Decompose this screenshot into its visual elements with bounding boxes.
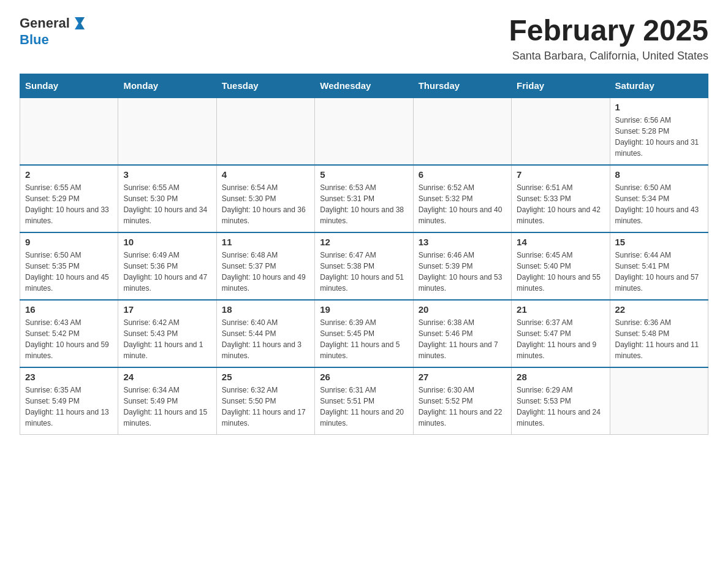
- day-info: Sunrise: 6:32 AMSunset: 5:50 PMDaylight:…: [222, 385, 309, 429]
- day-info: Sunrise: 6:54 AMSunset: 5:30 PMDaylight:…: [222, 182, 309, 226]
- day-number: 15: [615, 237, 703, 247]
- calendar-cell: 26Sunrise: 6:31 AMSunset: 5:51 PMDayligh…: [315, 367, 413, 435]
- day-number: 27: [419, 372, 506, 382]
- calendar-cell: 19Sunrise: 6:39 AMSunset: 5:45 PMDayligh…: [315, 300, 413, 367]
- day-info: Sunrise: 6:56 AMSunset: 5:28 PMDaylight:…: [615, 115, 703, 159]
- day-number: 22: [615, 304, 703, 315]
- calendar-cell: 9Sunrise: 6:50 AMSunset: 5:35 PMDaylight…: [20, 232, 118, 300]
- day-number: 10: [123, 237, 211, 247]
- calendar-cell: 23Sunrise: 6:35 AMSunset: 5:49 PMDayligh…: [20, 367, 118, 435]
- calendar-cell: 22Sunrise: 6:36 AMSunset: 5:48 PMDayligh…: [610, 300, 708, 367]
- calendar-week-row: 2Sunrise: 6:55 AMSunset: 5:29 PMDaylight…: [20, 165, 708, 232]
- calendar-cell: [315, 98, 413, 165]
- day-info: Sunrise: 6:50 AMSunset: 5:34 PMDaylight:…: [615, 182, 703, 226]
- header-tuesday: Tuesday: [216, 74, 314, 98]
- calendar-title: February 2025: [509, 15, 708, 47]
- day-info: Sunrise: 6:39 AMSunset: 5:45 PMDaylight:…: [320, 317, 408, 361]
- day-info: Sunrise: 6:42 AMSunset: 5:43 PMDaylight:…: [123, 317, 211, 361]
- day-number: 23: [25, 372, 113, 382]
- calendar-cell: [118, 98, 216, 165]
- calendar-cell: 12Sunrise: 6:47 AMSunset: 5:38 PMDayligh…: [315, 232, 413, 300]
- header-thursday: Thursday: [413, 74, 511, 98]
- calendar-cell: 5Sunrise: 6:53 AMSunset: 5:31 PMDaylight…: [315, 165, 413, 232]
- day-number: 9: [25, 237, 113, 247]
- day-number: 24: [123, 372, 211, 382]
- header-friday: Friday: [512, 74, 610, 98]
- calendar-week-row: 23Sunrise: 6:35 AMSunset: 5:49 PMDayligh…: [20, 367, 708, 435]
- calendar-cell: 20Sunrise: 6:38 AMSunset: 5:46 PMDayligh…: [413, 300, 511, 367]
- svg-marker-1: [80, 17, 85, 29]
- calendar-cell: 4Sunrise: 6:54 AMSunset: 5:30 PMDaylight…: [216, 165, 314, 232]
- day-number: 21: [517, 304, 604, 315]
- calendar-cell: [20, 98, 118, 165]
- logo-general-text: General: [20, 15, 70, 31]
- day-info: Sunrise: 6:38 AMSunset: 5:46 PMDaylight:…: [419, 317, 506, 361]
- calendar-cell: 13Sunrise: 6:46 AMSunset: 5:39 PMDayligh…: [413, 232, 511, 300]
- day-number: 20: [419, 304, 506, 315]
- day-info: Sunrise: 6:43 AMSunset: 5:42 PMDaylight:…: [25, 317, 113, 361]
- calendar-header-row: SundayMondayTuesdayWednesdayThursdayFrid…: [20, 74, 708, 98]
- day-number: 16: [25, 304, 113, 315]
- calendar-cell: 17Sunrise: 6:42 AMSunset: 5:43 PMDayligh…: [118, 300, 216, 367]
- day-number: 17: [123, 304, 211, 315]
- calendar-cell: 2Sunrise: 6:55 AMSunset: 5:29 PMDaylight…: [20, 165, 118, 232]
- day-number: 18: [222, 304, 309, 315]
- day-number: 5: [320, 169, 408, 180]
- header-monday: Monday: [118, 74, 216, 98]
- day-info: Sunrise: 6:49 AMSunset: 5:36 PMDaylight:…: [123, 250, 211, 294]
- day-info: Sunrise: 6:40 AMSunset: 5:44 PMDaylight:…: [222, 317, 309, 361]
- day-number: 11: [222, 237, 309, 247]
- calendar-table: SundayMondayTuesdayWednesdayThursdayFrid…: [20, 74, 708, 435]
- day-info: Sunrise: 6:29 AMSunset: 5:53 PMDaylight:…: [517, 385, 604, 429]
- logo-blue-text: Blue: [20, 32, 49, 48]
- calendar-cell: 10Sunrise: 6:49 AMSunset: 5:36 PMDayligh…: [118, 232, 216, 300]
- day-info: Sunrise: 6:31 AMSunset: 5:51 PMDaylight:…: [320, 385, 408, 429]
- day-number: 25: [222, 372, 309, 382]
- day-info: Sunrise: 6:46 AMSunset: 5:39 PMDaylight:…: [419, 250, 506, 294]
- day-info: Sunrise: 6:37 AMSunset: 5:47 PMDaylight:…: [517, 317, 604, 361]
- day-number: 14: [517, 237, 604, 247]
- calendar-cell: 24Sunrise: 6:34 AMSunset: 5:49 PMDayligh…: [118, 367, 216, 435]
- calendar-cell: [413, 98, 511, 165]
- day-number: 4: [222, 169, 309, 180]
- calendar-cell: 25Sunrise: 6:32 AMSunset: 5:50 PMDayligh…: [216, 367, 314, 435]
- day-info: Sunrise: 6:51 AMSunset: 5:33 PMDaylight:…: [517, 182, 604, 226]
- calendar-cell: [610, 367, 708, 435]
- day-info: Sunrise: 6:35 AMSunset: 5:49 PMDaylight:…: [25, 385, 113, 429]
- day-info: Sunrise: 6:55 AMSunset: 5:29 PMDaylight:…: [25, 182, 113, 226]
- day-number: 26: [320, 372, 408, 382]
- day-info: Sunrise: 6:55 AMSunset: 5:30 PMDaylight:…: [123, 182, 211, 226]
- day-info: Sunrise: 6:44 AMSunset: 5:41 PMDaylight:…: [615, 250, 703, 294]
- calendar-week-row: 16Sunrise: 6:43 AMSunset: 5:42 PMDayligh…: [20, 300, 708, 367]
- calendar-cell: 7Sunrise: 6:51 AMSunset: 5:33 PMDaylight…: [512, 165, 610, 232]
- calendar-week-row: 9Sunrise: 6:50 AMSunset: 5:35 PMDaylight…: [20, 232, 708, 300]
- day-number: 19: [320, 304, 408, 315]
- calendar-cell: 15Sunrise: 6:44 AMSunset: 5:41 PMDayligh…: [610, 232, 708, 300]
- header-wednesday: Wednesday: [315, 74, 413, 98]
- calendar-cell: 18Sunrise: 6:40 AMSunset: 5:44 PMDayligh…: [216, 300, 314, 367]
- day-info: Sunrise: 6:34 AMSunset: 5:49 PMDaylight:…: [123, 385, 211, 429]
- day-number: 7: [517, 169, 604, 180]
- calendar-cell: 27Sunrise: 6:30 AMSunset: 5:52 PMDayligh…: [413, 367, 511, 435]
- calendar-cell: 16Sunrise: 6:43 AMSunset: 5:42 PMDayligh…: [20, 300, 118, 367]
- calendar-cell: 11Sunrise: 6:48 AMSunset: 5:37 PMDayligh…: [216, 232, 314, 300]
- day-info: Sunrise: 6:48 AMSunset: 5:37 PMDaylight:…: [222, 250, 309, 294]
- day-number: 3: [123, 169, 211, 180]
- day-info: Sunrise: 6:30 AMSunset: 5:52 PMDaylight:…: [419, 385, 506, 429]
- logo-flag-icon: [71, 15, 88, 32]
- calendar-cell: [216, 98, 314, 165]
- calendar-cell: 6Sunrise: 6:52 AMSunset: 5:32 PMDaylight…: [413, 165, 511, 232]
- calendar-cell: 3Sunrise: 6:55 AMSunset: 5:30 PMDaylight…: [118, 165, 216, 232]
- day-number: 2: [25, 169, 113, 180]
- calendar-cell: [512, 98, 610, 165]
- day-number: 12: [320, 237, 408, 247]
- page-header: General Blue February 2025 Santa Barbara…: [20, 15, 708, 63]
- day-number: 8: [615, 169, 703, 180]
- day-info: Sunrise: 6:47 AMSunset: 5:38 PMDaylight:…: [320, 250, 408, 294]
- calendar-header-right: February 2025 Santa Barbara, California,…: [509, 15, 708, 63]
- calendar-cell: 8Sunrise: 6:50 AMSunset: 5:34 PMDaylight…: [610, 165, 708, 232]
- logo: General Blue: [20, 15, 88, 48]
- day-number: 1: [615, 102, 703, 112]
- calendar-cell: 28Sunrise: 6:29 AMSunset: 5:53 PMDayligh…: [512, 367, 610, 435]
- calendar-cell: 21Sunrise: 6:37 AMSunset: 5:47 PMDayligh…: [512, 300, 610, 367]
